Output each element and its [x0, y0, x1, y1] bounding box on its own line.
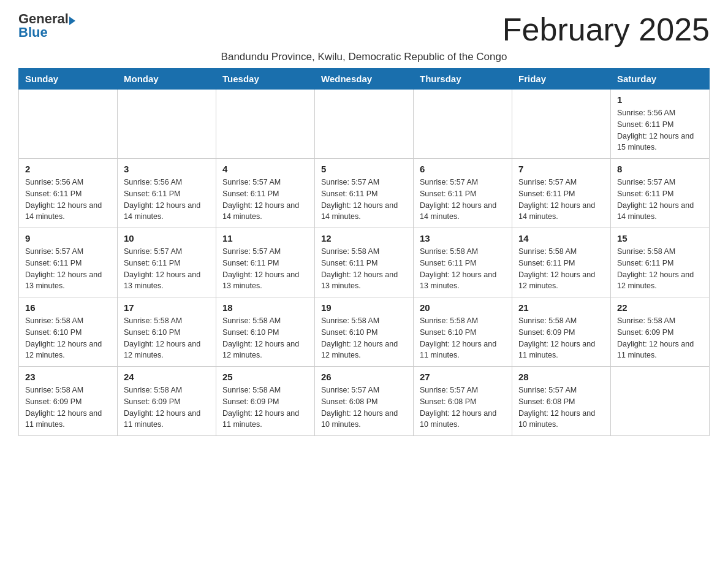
logo-blue-text: Blue: [18, 25, 48, 40]
day-info: Sunrise: 5:57 AMSunset: 6:08 PMDaylight:…: [420, 385, 506, 431]
day-info: Sunrise: 5:58 AMSunset: 6:10 PMDaylight:…: [124, 315, 210, 361]
day-cell: [19, 90, 118, 159]
calendar-header-row: Sunday Monday Tuesday Wednesday Thursday…: [19, 69, 710, 90]
day-number: 19: [321, 302, 407, 313]
subtitle: Bandundu Province, Kwilu, Democratic Rep…: [18, 51, 710, 63]
day-number: 8: [617, 164, 703, 174]
day-info: Sunrise: 5:57 AMSunset: 6:08 PMDaylight:…: [518, 385, 604, 431]
col-saturday: Saturday: [611, 69, 710, 90]
day-number: 7: [518, 164, 604, 174]
day-number: 5: [321, 164, 407, 174]
day-info: Sunrise: 5:56 AMSunset: 6:11 PMDaylight:…: [617, 107, 703, 153]
day-info: Sunrise: 5:58 AMSunset: 6:09 PMDaylight:…: [25, 385, 111, 431]
day-number: 16: [25, 302, 111, 313]
day-number: 24: [124, 372, 210, 382]
day-cell: 10Sunrise: 5:57 AMSunset: 6:11 PMDayligh…: [118, 228, 216, 297]
day-number: 25: [222, 372, 308, 382]
day-info: Sunrise: 5:58 AMSunset: 6:11 PMDaylight:…: [617, 246, 703, 292]
day-number: 2: [25, 164, 111, 174]
col-monday: Monday: [118, 69, 216, 90]
day-cell: 13Sunrise: 5:58 AMSunset: 6:11 PMDayligh…: [414, 228, 512, 297]
day-cell: 5Sunrise: 5:57 AMSunset: 6:11 PMDaylight…: [315, 159, 414, 228]
day-cell: 12Sunrise: 5:58 AMSunset: 6:11 PMDayligh…: [315, 228, 414, 297]
day-info: Sunrise: 5:57 AMSunset: 6:11 PMDaylight:…: [518, 177, 604, 223]
day-number: 23: [25, 372, 111, 382]
day-info: Sunrise: 5:57 AMSunset: 6:11 PMDaylight:…: [420, 177, 506, 223]
day-number: 17: [124, 302, 210, 313]
month-title: February 2025: [502, 12, 710, 47]
day-cell: 19Sunrise: 5:58 AMSunset: 6:10 PMDayligh…: [315, 297, 414, 367]
day-info: Sunrise: 5:58 AMSunset: 6:10 PMDaylight:…: [222, 315, 308, 361]
day-cell: 6Sunrise: 5:57 AMSunset: 6:11 PMDaylight…: [414, 159, 512, 228]
day-info: Sunrise: 5:58 AMSunset: 6:09 PMDaylight:…: [124, 385, 210, 431]
day-info: Sunrise: 5:57 AMSunset: 6:11 PMDaylight:…: [124, 246, 210, 292]
day-info: Sunrise: 5:57 AMSunset: 6:11 PMDaylight:…: [222, 246, 308, 292]
day-cell: 27Sunrise: 5:57 AMSunset: 6:08 PMDayligh…: [414, 367, 512, 436]
day-info: Sunrise: 5:58 AMSunset: 6:10 PMDaylight:…: [25, 315, 111, 361]
day-cell: 4Sunrise: 5:57 AMSunset: 6:11 PMDaylight…: [216, 159, 315, 228]
day-number: 9: [25, 233, 111, 243]
day-info: Sunrise: 5:58 AMSunset: 6:11 PMDaylight:…: [321, 246, 407, 292]
logo-general-row: General: [18, 12, 75, 26]
day-number: 15: [617, 233, 703, 243]
week-row-3: 9Sunrise: 5:57 AMSunset: 6:11 PMDaylight…: [19, 228, 710, 297]
day-cell: 9Sunrise: 5:57 AMSunset: 6:11 PMDaylight…: [19, 228, 118, 297]
day-number: 20: [420, 302, 506, 313]
day-cell: 20Sunrise: 5:58 AMSunset: 6:10 PMDayligh…: [414, 297, 512, 367]
day-cell: [611, 367, 710, 436]
day-cell: 24Sunrise: 5:58 AMSunset: 6:09 PMDayligh…: [118, 367, 216, 436]
day-cell: 18Sunrise: 5:58 AMSunset: 6:10 PMDayligh…: [216, 297, 315, 367]
col-sunday: Sunday: [19, 69, 118, 90]
day-cell: 15Sunrise: 5:58 AMSunset: 6:11 PMDayligh…: [611, 228, 710, 297]
day-cell: 17Sunrise: 5:58 AMSunset: 6:10 PMDayligh…: [118, 297, 216, 367]
day-cell: [118, 90, 216, 159]
day-cell: 8Sunrise: 5:57 AMSunset: 6:11 PMDaylight…: [611, 159, 710, 228]
day-number: 12: [321, 233, 407, 243]
logo: General Blue: [18, 12, 75, 39]
day-number: 3: [124, 164, 210, 174]
day-number: 6: [420, 164, 506, 174]
day-cell: 25Sunrise: 5:58 AMSunset: 6:09 PMDayligh…: [216, 367, 315, 436]
calendar-table: Sunday Monday Tuesday Wednesday Thursday…: [18, 68, 710, 436]
header: General Blue February 2025: [18, 12, 710, 47]
day-cell: 14Sunrise: 5:58 AMSunset: 6:11 PMDayligh…: [512, 228, 611, 297]
day-number: 11: [222, 233, 308, 243]
day-info: Sunrise: 5:58 AMSunset: 6:09 PMDaylight:…: [617, 315, 703, 361]
day-info: Sunrise: 5:58 AMSunset: 6:09 PMDaylight:…: [222, 385, 308, 431]
day-info: Sunrise: 5:58 AMSunset: 6:10 PMDaylight:…: [321, 315, 407, 361]
week-row-2: 2Sunrise: 5:56 AMSunset: 6:11 PMDaylight…: [19, 159, 710, 228]
day-number: 21: [518, 302, 604, 313]
week-row-4: 16Sunrise: 5:58 AMSunset: 6:10 PMDayligh…: [19, 297, 710, 367]
day-info: Sunrise: 5:57 AMSunset: 6:11 PMDaylight:…: [321, 177, 407, 223]
logo-triangle-icon: [69, 17, 75, 25]
day-cell: 16Sunrise: 5:58 AMSunset: 6:10 PMDayligh…: [19, 297, 118, 367]
day-number: 10: [124, 233, 210, 243]
logo-blue-row: Blue: [18, 26, 48, 39]
day-info: Sunrise: 5:57 AMSunset: 6:11 PMDaylight:…: [222, 177, 308, 223]
day-cell: 21Sunrise: 5:58 AMSunset: 6:09 PMDayligh…: [512, 297, 611, 367]
day-number: 27: [420, 372, 506, 382]
day-info: Sunrise: 5:56 AMSunset: 6:11 PMDaylight:…: [25, 177, 111, 223]
day-info: Sunrise: 5:57 AMSunset: 6:08 PMDaylight:…: [321, 385, 407, 431]
day-cell: 26Sunrise: 5:57 AMSunset: 6:08 PMDayligh…: [315, 367, 414, 436]
day-cell: [216, 90, 315, 159]
day-info: Sunrise: 5:57 AMSunset: 6:11 PMDaylight:…: [617, 177, 703, 223]
week-row-1: 1Sunrise: 5:56 AMSunset: 6:11 PMDaylight…: [19, 90, 710, 159]
day-info: Sunrise: 5:58 AMSunset: 6:11 PMDaylight:…: [518, 246, 604, 292]
day-number: 18: [222, 302, 308, 313]
day-cell: 3Sunrise: 5:56 AMSunset: 6:11 PMDaylight…: [118, 159, 216, 228]
day-info: Sunrise: 5:58 AMSunset: 6:11 PMDaylight:…: [420, 246, 506, 292]
day-cell: 1Sunrise: 5:56 AMSunset: 6:11 PMDaylight…: [611, 90, 710, 159]
col-thursday: Thursday: [414, 69, 512, 90]
day-number: 28: [518, 372, 604, 382]
day-cell: 28Sunrise: 5:57 AMSunset: 6:08 PMDayligh…: [512, 367, 611, 436]
day-info: Sunrise: 5:57 AMSunset: 6:11 PMDaylight:…: [25, 246, 111, 292]
day-number: 14: [518, 233, 604, 243]
day-cell: 11Sunrise: 5:57 AMSunset: 6:11 PMDayligh…: [216, 228, 315, 297]
day-number: 1: [617, 94, 703, 105]
day-number: 4: [222, 164, 308, 174]
week-row-5: 23Sunrise: 5:58 AMSunset: 6:09 PMDayligh…: [19, 367, 710, 436]
day-number: 22: [617, 302, 703, 313]
day-cell: 23Sunrise: 5:58 AMSunset: 6:09 PMDayligh…: [19, 367, 118, 436]
day-info: Sunrise: 5:58 AMSunset: 6:09 PMDaylight:…: [518, 315, 604, 361]
